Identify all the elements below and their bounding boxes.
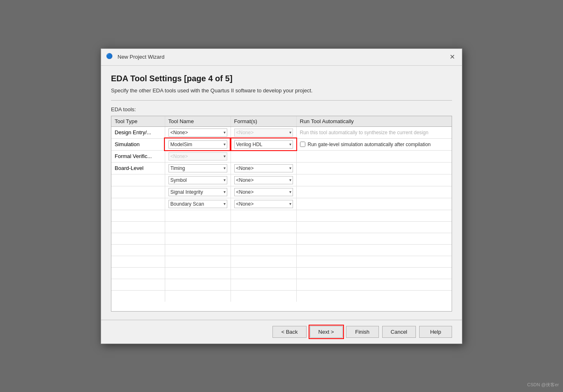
watermark: CSDN @侠客er	[527, 382, 559, 388]
empty-row	[111, 221, 452, 233]
table-row: Signal Integrity▾<None>▾	[111, 186, 452, 198]
table-row: Board-LevelTiming▾<None>▾	[111, 162, 452, 174]
empty-row	[111, 290, 452, 302]
empty-row	[111, 267, 452, 279]
empty-row	[111, 256, 452, 267]
dialog-window: 🔵 New Project Wizard ✕ EDA Tool Settings…	[101, 48, 462, 344]
formats-cell[interactable]: <None>▾	[231, 126, 296, 138]
run-tool-cell: Run this tool automatically to synthesiz…	[296, 126, 452, 138]
tool-type-cell	[111, 186, 165, 198]
tool-type-cell: Formal Verific...	[111, 150, 165, 162]
run-tool-cell	[296, 198, 452, 210]
tool-type-cell: Simulation	[111, 138, 165, 150]
run-tool-cell[interactable]: Run gate-level simulation automatically …	[296, 138, 452, 150]
formats-select[interactable]: <None>	[234, 200, 293, 208]
formats-select[interactable]: <None>	[234, 188, 293, 196]
empty-row	[111, 233, 452, 244]
tool-name-cell[interactable]: Symbol▾	[165, 174, 231, 186]
eda-tools-table-container: Tool Type Tool Name Format(s) Run Tool A…	[111, 116, 452, 312]
col-header-tool-type: Tool Type	[111, 116, 165, 127]
divider	[111, 100, 452, 101]
table-row: Symbol▾<None>▾	[111, 174, 452, 186]
close-button[interactable]: ✕	[447, 52, 457, 62]
page-description: Specify the other EDA tools used with th…	[111, 87, 452, 94]
table-row: SimulationModelSim▾Verilog HDL▾Run gate-…	[111, 138, 452, 150]
tool-type-cell	[111, 174, 165, 186]
col-header-run-tool: Run Tool Automatically	[296, 116, 452, 127]
tool-name-cell[interactable]: Timing▾	[165, 162, 231, 174]
tool-name-select[interactable]: Signal Integrity	[168, 188, 227, 196]
run-tool-cell	[296, 150, 452, 162]
eda-tools-table: Tool Type Tool Name Format(s) Run Tool A…	[111, 116, 452, 302]
finish-button[interactable]: Finish	[346, 326, 379, 338]
table-row: Boundary Scan▾<None>▾	[111, 198, 452, 210]
run-tool-checkbox[interactable]	[300, 142, 305, 147]
title-bar-left: 🔵 New Project Wizard	[106, 53, 164, 61]
back-button[interactable]: < Back	[272, 326, 306, 338]
tool-name-select[interactable]: <None>	[168, 128, 227, 137]
tool-type-cell: Design Entry/...	[111, 126, 165, 138]
col-header-formats: Format(s)	[231, 116, 296, 127]
section-label: EDA tools:	[111, 106, 452, 112]
run-tool-cell	[296, 174, 452, 186]
formats-cell[interactable]: <None>▾	[231, 198, 296, 210]
run-tool-cell	[296, 186, 452, 198]
formats-cell[interactable]: <None>▾	[231, 162, 296, 174]
page-title: EDA Tool Settings [page 4 of 5]	[111, 74, 452, 83]
tool-name-select[interactable]: Symbol	[168, 176, 227, 184]
formats-select[interactable]: <None>	[234, 128, 293, 137]
tool-name-cell[interactable]: <None>▾	[165, 150, 231, 162]
formats-cell[interactable]	[231, 150, 296, 162]
tool-name-cell[interactable]: <None>▾	[165, 126, 231, 138]
empty-row	[111, 279, 452, 290]
table-row: Design Entry/...<None>▾<None>▾Run this t…	[111, 126, 452, 138]
wizard-icon: 🔵	[106, 53, 114, 61]
title-bar: 🔵 New Project Wizard ✕	[101, 49, 462, 66]
tool-name-cell[interactable]: Boundary Scan▾	[165, 198, 231, 210]
dialog-title: New Project Wizard	[118, 54, 164, 60]
empty-row	[111, 210, 452, 221]
footer-area: < Back Next > Finish Cancel Help	[101, 320, 462, 344]
formats-select[interactable]: Verilog HDL	[234, 140, 293, 149]
help-button[interactable]: Help	[419, 326, 452, 338]
formats-cell[interactable]: Verilog HDL▾	[231, 138, 296, 150]
tool-name-select[interactable]: ModelSim	[168, 140, 227, 149]
next-button[interactable]: Next >	[310, 326, 343, 338]
run-tool-cell	[296, 162, 452, 174]
tool-name-cell[interactable]: ModelSim▾	[165, 138, 231, 150]
dialog-content: EDA Tool Settings [page 4 of 5] Specify …	[101, 66, 462, 320]
formats-select[interactable]: <None>	[234, 164, 293, 172]
tool-type-cell	[111, 198, 165, 210]
tool-name-select[interactable]: Boundary Scan	[168, 200, 227, 208]
formats-select[interactable]: <None>	[234, 176, 293, 184]
table-header-row: Tool Type Tool Name Format(s) Run Tool A…	[111, 116, 452, 127]
table-wrapper: Tool Type Tool Name Format(s) Run Tool A…	[111, 116, 452, 312]
main-content-area: EDA Tool Settings [page 4 of 5] Specify …	[111, 74, 452, 312]
table-row: Formal Verific...<None>▾	[111, 150, 452, 162]
formats-cell[interactable]: <None>▾	[231, 174, 296, 186]
tool-name-cell[interactable]: Signal Integrity▾	[165, 186, 231, 198]
tool-name-select[interactable]: Timing	[168, 164, 227, 172]
empty-row	[111, 244, 452, 256]
cancel-button[interactable]: Cancel	[382, 326, 416, 338]
col-header-tool-name: Tool Name	[165, 116, 231, 127]
tool-type-cell: Board-Level	[111, 162, 165, 174]
formats-cell[interactable]: <None>▾	[231, 186, 296, 198]
